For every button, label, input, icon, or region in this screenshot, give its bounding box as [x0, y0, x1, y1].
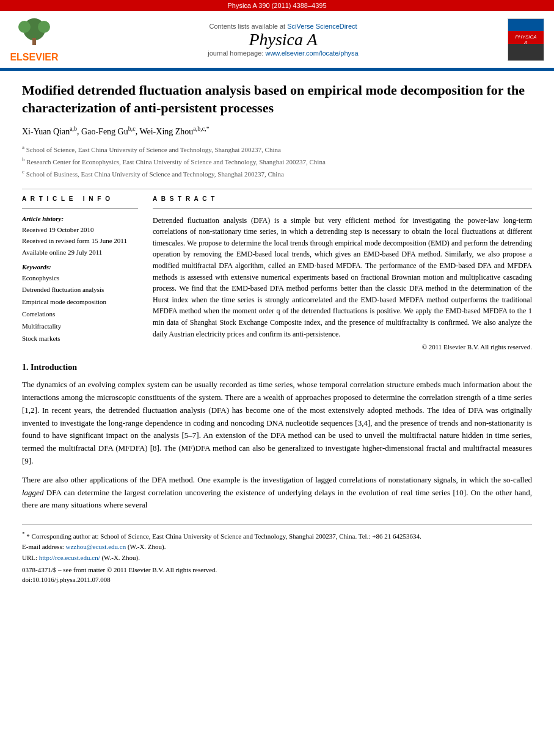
url-link[interactable]: http://rce.ecust.edu.cn/: [39, 554, 100, 561]
url-line: URL: http://rce.ecust.edu.cn/ (W.-X. Zho…: [22, 553, 532, 564]
elsevier-wordmark: ELSEVIER: [10, 52, 59, 63]
affiliation-b: b Research Center for Econophysics, East…: [22, 155, 532, 167]
journal-header-center: Contents lists available at SciVerse Sci…: [66, 23, 500, 57]
keywords-list: Econophysics Detrended fluctuation analy…: [22, 272, 138, 345]
homepage-line: journal homepage: www.elsevier.com/locat…: [66, 49, 500, 57]
sciverse-line: Contents lists available at SciVerse Sci…: [66, 23, 500, 30]
abstract-text: Detrended fluctuation analysis (DFA) is …: [153, 215, 532, 340]
keyword-5: Multifractality: [22, 321, 138, 333]
issn-line: 0378-4371/$ – see front matter © 2011 El…: [22, 566, 532, 573]
abstract-divider-top: [153, 208, 532, 209]
url-label: URL:: [22, 554, 39, 561]
abstract-column: A B S T R A C T Detrended fluctuation an…: [153, 195, 532, 351]
info-divider-top: [22, 208, 138, 209]
svg-rect-1: [32, 38, 36, 45]
author2-sup: b,c: [128, 125, 136, 132]
keyword-2: Detrended fluctuation analysis: [22, 284, 138, 296]
author3-name: Wei-Xing Zhou: [139, 127, 193, 136]
keyword-4: Correlations: [22, 308, 138, 321]
authors-line: Xi-Yuan Qiana,b, Gao-Feng Gub,c, Wei-Xin…: [22, 125, 532, 137]
author1-sup: a,b: [70, 125, 77, 132]
elsevier-logo-svg: [12, 16, 56, 49]
svg-point-3: [38, 21, 50, 33]
copyright-line: © 2011 Elsevier B.V. All rights reserved…: [153, 343, 532, 351]
email-link[interactable]: wzzhou@ecust.edu.cn: [65, 543, 126, 550]
available-date: Available online 29 July 2011: [22, 247, 138, 258]
email-label: E-mail address:: [22, 543, 65, 550]
article-body-columns: A R T I C L E I N F O Article history: R…: [22, 195, 532, 351]
author1-name: Xi-Yuan Qian: [22, 127, 70, 136]
received-date: Received 19 October 2010: [22, 224, 138, 236]
article-title: Modified detrended fluctuation analysis …: [22, 82, 532, 117]
intro-paragraph-1: The dynamics of an evolving complex syst…: [22, 379, 532, 468]
sciverse-link[interactable]: SciVerse ScienceDirect: [287, 23, 357, 30]
affiliation-a: a School of Science, East China Universi…: [22, 143, 532, 155]
revised-date: Received in revised form 15 June 2011: [22, 235, 138, 247]
keyword-6: Stock markets: [22, 333, 138, 345]
homepage-url[interactable]: www.elsevier.com/locate/physa: [265, 49, 358, 57]
keywords-label: Keywords:: [22, 263, 138, 271]
affiliation-c: c School of Business, East China Univers…: [22, 167, 532, 180]
doi-line: doi:10.1016/j.physa.2011.07.008: [22, 576, 532, 583]
abstract-label: A B S T R A C T: [153, 195, 532, 202]
journal-thumbnail: PHYSICAA: [508, 18, 544, 61]
top-banner: Physica A 390 (2011) 4388–4395: [0, 0, 554, 11]
journal-header: ELSEVIER Contents lists available at Sci…: [0, 11, 554, 69]
main-content: Modified detrended fluctuation analysis …: [0, 71, 554, 598]
history-label: Article history:: [22, 215, 138, 222]
elsevier-logo: ELSEVIER: [10, 16, 59, 63]
author2-name: Gao-Feng Gu: [81, 127, 128, 136]
keyword-1: Econophysics: [22, 272, 138, 285]
email-line: E-mail address: wzzhou@ecust.edu.cn (W.-…: [22, 542, 532, 553]
keyword-3: Empirical mode decomposition: [22, 296, 138, 308]
header-divider: [22, 189, 532, 189]
article-info-column: A R T I C L E I N F O Article history: R…: [22, 195, 138, 351]
intro-paragraph-2: There are also other applications of the…: [22, 474, 532, 512]
affiliations: a School of Science, East China Universi…: [22, 143, 532, 180]
journal-title: Physica A: [66, 30, 500, 49]
section-1-heading: 1. Introduction: [22, 363, 532, 373]
svg-point-2: [18, 21, 31, 33]
article-info-label: A R T I C L E I N F O: [22, 195, 138, 202]
footnote-section: * * Corresponding author at: School of S…: [22, 524, 532, 583]
corresponding-author-note: * * Corresponding author at: School of S…: [22, 529, 532, 542]
author3-sup: a,b,c,*: [193, 125, 209, 132]
